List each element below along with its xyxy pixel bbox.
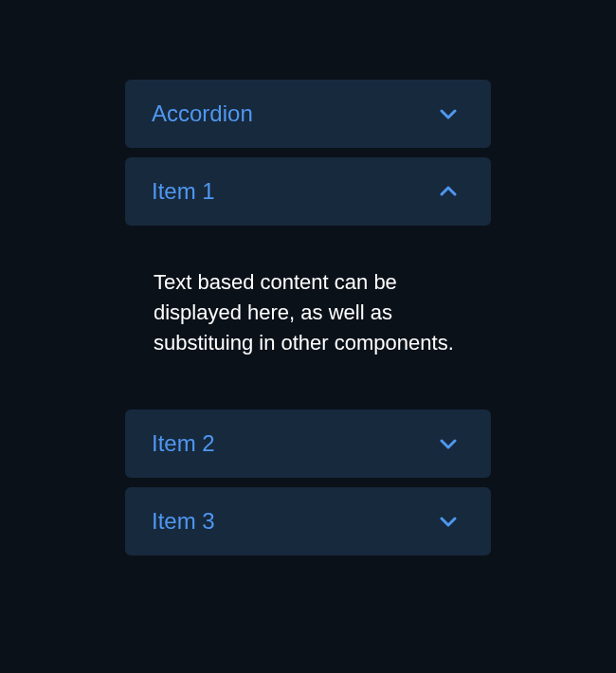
chevron-down-icon xyxy=(438,433,459,454)
accordion-item-0: Accordion xyxy=(125,80,491,148)
chevron-down-icon xyxy=(438,511,459,532)
accordion-title: Accordion xyxy=(152,100,253,127)
accordion-header-0[interactable]: Accordion xyxy=(125,80,491,148)
chevron-up-icon xyxy=(438,181,459,202)
accordion-item-1: Item 1 Text based content can be display… xyxy=(125,157,491,400)
accordion: Accordion Item 1 Text based content can … xyxy=(125,80,491,673)
accordion-content: Text based content can be displayed here… xyxy=(125,226,491,400)
accordion-title: Item 2 xyxy=(152,430,215,457)
accordion-item-2: Item 2 xyxy=(125,409,491,478)
accordion-item-3: Item 3 xyxy=(125,487,491,555)
accordion-header-2[interactable]: Item 2 xyxy=(125,409,491,478)
chevron-down-icon xyxy=(438,103,459,124)
accordion-title: Item 3 xyxy=(152,508,215,535)
accordion-header-3[interactable]: Item 3 xyxy=(125,487,491,555)
accordion-title: Item 1 xyxy=(152,178,215,205)
accordion-header-1[interactable]: Item 1 xyxy=(125,157,491,226)
